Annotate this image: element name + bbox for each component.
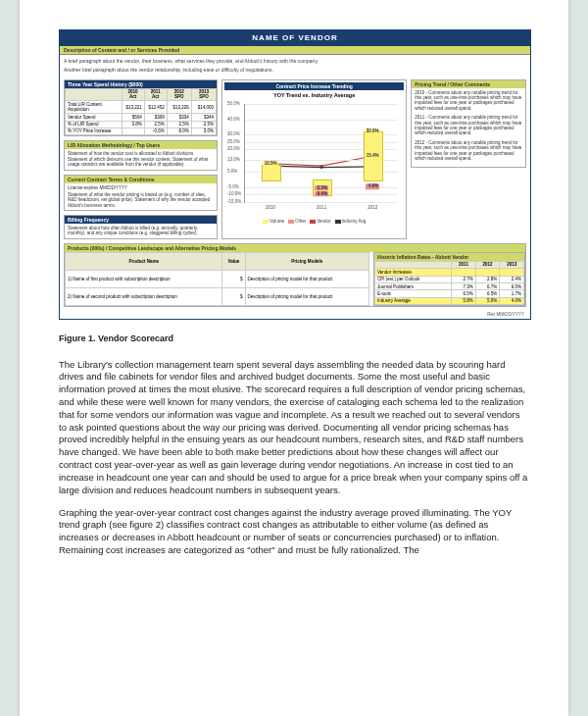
pricing-trend-panel: Pricing Trend / Other Comments 2010 - Co… [411, 79, 526, 169]
inflation-title: Historic Inflation Rates - Abbott Vendor [374, 253, 524, 261]
scorecard-title: NAME OF VENDOR [60, 30, 530, 46]
inflation-panel: Historic Inflation Rates - Abbott Vendor… [373, 252, 525, 306]
pricing-trend-body: 2010 - Comments about any notable pricin… [412, 88, 525, 168]
body-text: The Library's collection management team… [59, 359, 529, 557]
chart-legend: VolumeOtherVendorIndustry Avg [224, 217, 404, 226]
body-p1: The Library's collection management team… [59, 359, 529, 497]
contract-body: License expires MM/DD/YYYY Statement of … [65, 183, 217, 211]
products-table: Product NameValuePricing Models1) Name o… [65, 252, 369, 306]
price-increase-title: Contract Price Increase Trending [224, 82, 404, 90]
contract-title: Current Contract Terms & Conditions [65, 176, 217, 183]
spend-history-table: 2010 Act2011 Act2012 SPO2013 SPOTotal LI… [65, 88, 217, 136]
allocation-title: LIR Allocation Methodology / Top Users [65, 141, 217, 149]
chart-panel: Contract Price Increase Trending YOY Tre… [221, 79, 407, 239]
contract-panel: Current Contract Terms & Conditions Lice… [64, 175, 218, 212]
document-page: NAME OF VENDOR Description of Content an… [20, 0, 568, 716]
spend-history-panel: Three Year Spend History ($000) 2010 Act… [64, 79, 218, 137]
products-title: Products (000s) / Competitive Landscape … [65, 244, 525, 252]
description-heading: Description of Content and / or Services… [60, 46, 530, 55]
description-p2: Another brief paragraph about the vendor… [64, 67, 526, 73]
inflation-table: 201120122013Vendor Increases CPI (est.) … [374, 261, 524, 305]
left-column: Three Year Spend History ($000) 2010 Act… [64, 79, 218, 239]
chart-title: YOY Trend vs. Industry Average [224, 90, 404, 101]
body-p2: Graphing the year-over-year contract cos… [59, 507, 529, 557]
spend-history-title: Three Year Spend History ($000) [65, 80, 217, 88]
billing-panel: Billing Frequency Statement about how of… [64, 215, 218, 239]
pricing-trend-title: Pricing Trend / Other Comments [412, 80, 525, 88]
contract-text: Statement of what the vendor pricing is … [68, 192, 214, 208]
products-panel: Products (000s) / Competitive Landscape … [64, 243, 526, 307]
svg-point-4 [319, 167, 323, 169]
billing-title: Billing Frequency [65, 216, 217, 224]
description-body: A brief paragraph about the vendor, thei… [60, 55, 530, 76]
allocation-text: Statement of how the vendor cost is allo… [65, 149, 217, 169]
yoy-chart: -15.0%-10.0%-5.0%5.0%13.0%20.0%25.0%30.0… [244, 104, 398, 203]
figure-caption: Figure 1. Vendor Scorecard [59, 333, 529, 343]
footer-date: Rev MM/DD/YYYY [60, 311, 530, 318]
right-column: Pricing Trend / Other Comments 2010 - Co… [411, 79, 526, 239]
billing-text: Statement about how often Abbott is bill… [65, 224, 217, 238]
vendor-scorecard: NAME OF VENDOR Description of Content an… [59, 29, 531, 320]
allocation-panel: LIR Allocation Methodology / Top Users S… [64, 140, 218, 170]
